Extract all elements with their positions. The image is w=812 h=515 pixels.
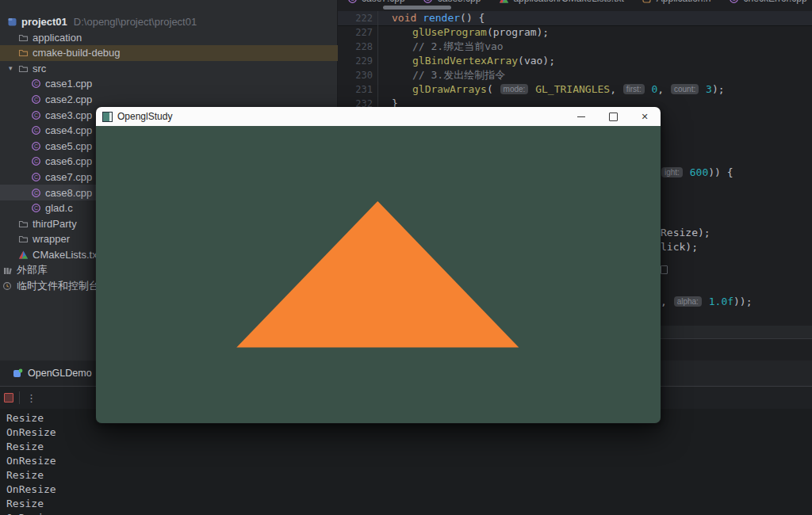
console-line: OnResize — [6, 454, 812, 468]
svg-text:C: C — [33, 113, 37, 118]
close-icon: ✕ — [641, 112, 648, 122]
tree-item-label: glad.c — [45, 202, 73, 214]
project-icon — [6, 17, 17, 27]
cmake-icon — [498, 0, 509, 4]
tree-item-label: CMakeLists.txt — [33, 249, 100, 261]
tree-item-project01[interactable]: project01D:\opengl\project\project01 — [0, 14, 343, 30]
tree-item-label: case6.cpp — [45, 155, 92, 167]
tree-item-case1.cpp[interactable]: Ccase1.cpp — [0, 76, 367, 92]
hfile-icon — [642, 0, 653, 4]
project-path: D:\opengl\project\project01 — [74, 16, 197, 28]
run-tab-label: OpenGLDemo — [28, 368, 92, 379]
opengl-window[interactable]: OpenglStudy ✕ — [95, 106, 661, 424]
tree-item-application[interactable]: application — [0, 29, 354, 45]
editor-tab-label: Application.h — [657, 0, 711, 4]
code-fragment-3[interactable] — [661, 264, 668, 278]
svg-text:C: C — [33, 81, 37, 86]
code-fragment-1[interactable]: Resize); — [661, 226, 710, 240]
cpp-icon: C — [30, 203, 41, 213]
svg-text:C: C — [33, 97, 37, 102]
tree-item-label: case2.cpp — [45, 93, 92, 105]
window-app-icon — [102, 112, 113, 122]
tree-item-label: 外部库 — [17, 263, 48, 277]
line-number[interactable]: 229 — [338, 54, 378, 68]
window-controls: ✕ — [565, 107, 661, 126]
code-line-229[interactable]: 229glBindVertexArray(vao); — [338, 54, 812, 68]
editor-tab-Application.h[interactable]: Application.h — [633, 0, 720, 10]
cpp-icon: C — [30, 110, 41, 120]
console-line: OnResize — [6, 511, 812, 515]
svg-text:C: C — [33, 205, 37, 211]
line-number[interactable]: 222 — [338, 11, 378, 25]
code-line-227[interactable]: 227glUseProgram(program); — [338, 25, 812, 40]
svg-text:C: C — [732, 0, 736, 2]
tree-item-label: case4.cpp — [45, 124, 92, 136]
folder-icon — [17, 219, 29, 229]
line-number[interactable]: 231 — [338, 82, 378, 97]
tree-item-label: case7.cpp — [45, 171, 92, 183]
tree-item-label: project01 — [21, 16, 67, 28]
code-line-231[interactable]: 231glDrawArrays( mode: GL_TRIANGLES, fir… — [338, 82, 812, 97]
console-line: Resize — [6, 440, 812, 454]
cmake-icon — [17, 250, 29, 260]
opengl-window-titlebar[interactable]: OpenglStudy ✕ — [96, 107, 661, 126]
tree-item-label: case8.cpp — [45, 187, 92, 199]
console-line: Resize — [6, 497, 812, 511]
active-tab-underline — [383, 6, 451, 10]
minimize-button[interactable] — [565, 107, 597, 126]
svg-text:C: C — [33, 174, 37, 180]
cpp-icon: C — [30, 125, 41, 135]
svg-text:C: C — [426, 0, 430, 2]
line-number[interactable]: 230 — [338, 68, 378, 82]
tree-item-src[interactable]: ▾src — [0, 60, 354, 76]
maximize-button[interactable] — [597, 107, 629, 126]
more-options-icon[interactable]: ⋮ — [26, 392, 36, 404]
cpp-icon: C — [347, 0, 358, 4]
console-line: Resize — [6, 468, 812, 483]
code-line-228[interactable]: 228// 2.绑定当前vao — [338, 40, 812, 54]
editor-tab-application-CMakeLists.txt[interactable]: application/CMakeLists.txt — [489, 0, 632, 10]
run-tab-openGLDemo[interactable]: OpenGLDemo × — [12, 368, 107, 379]
tree-item-label: wrapper — [33, 233, 70, 245]
cpp-icon: C — [423, 0, 434, 4]
window-title: OpenglStudy — [117, 111, 172, 122]
line-number[interactable]: 228 — [338, 40, 378, 54]
console-output[interactable]: ResizeOnResizeResizeOnResizeResizeOnResi… — [0, 409, 812, 515]
console-line: OnResize — [6, 483, 812, 497]
code-line-230[interactable]: 230// 3.发出绘制指令 — [338, 68, 812, 82]
code-fragment-4[interactable]: , alpha: 1.0f)); — [661, 295, 753, 309]
cpp-icon: C — [30, 94, 41, 105]
cpp-icon: C — [729, 0, 740, 4]
code-area[interactable]: 222void render() {227glUseProgram(progra… — [338, 11, 812, 111]
svg-text:C: C — [33, 190, 37, 196]
stop-button[interactable] — [4, 393, 13, 402]
tree-item-label: thirdParty — [33, 218, 77, 230]
inlay-mark-icon — [661, 265, 668, 274]
toolbar-divider — [19, 391, 20, 404]
code-line-222[interactable]: 222void render() { — [338, 11, 812, 25]
folder-icon — [17, 32, 29, 43]
code-fragment-0[interactable]: ight: 600)) { — [661, 166, 733, 180]
cpp-icon: C — [30, 156, 41, 166]
tree-item-label: cmake-build-debug — [33, 47, 121, 59]
tree-item-cmake-build-debug[interactable]: cmake-build-debug — [0, 45, 354, 61]
cpp-icon: C — [30, 141, 41, 151]
editor-tab-checkError.cpp[interactable]: CcheckError.cpp — [720, 0, 812, 10]
maximize-icon — [609, 113, 618, 121]
svg-text:C: C — [33, 143, 37, 149]
editor-tab-label: checkError.cpp — [744, 0, 807, 4]
tree-item-label: 临时文件和控制台 — [17, 279, 99, 293]
tree-item-label: case3.cpp — [45, 109, 92, 121]
editor-tab-label: application/CMakeLists.txt — [513, 0, 623, 4]
cpp-icon: C — [30, 172, 41, 182]
tree-item-case2.cpp[interactable]: Ccase2.cpp — [0, 92, 367, 108]
close-button[interactable]: ✕ — [629, 107, 661, 126]
console-line: OnResize — [6, 425, 812, 440]
expand-chevron-icon[interactable]: ▾ — [9, 64, 15, 72]
svg-text:C: C — [33, 128, 37, 133]
code-fragment-2[interactable]: lick); — [661, 240, 698, 254]
folder-icon — [17, 63, 29, 74]
tree-item-label: src — [33, 63, 46, 74]
opengl-viewport — [96, 126, 661, 423]
line-number[interactable]: 227 — [338, 25, 378, 40]
